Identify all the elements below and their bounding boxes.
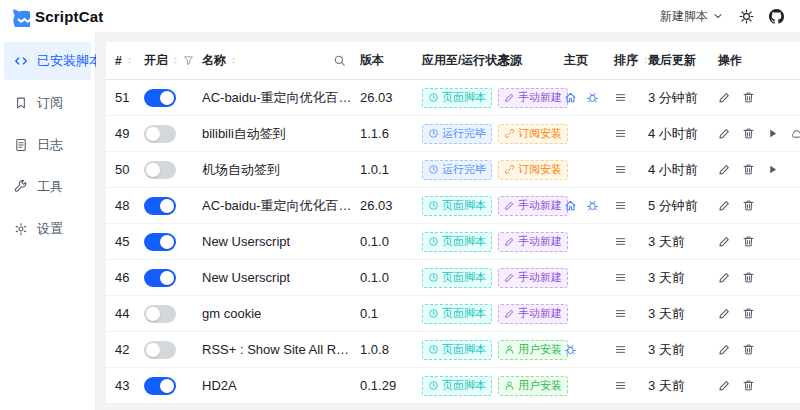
- last-updated[interactable]: 5 分钟前: [644, 197, 714, 215]
- run-script-button[interactable]: [766, 163, 779, 176]
- theme-sun-icon[interactable]: [739, 9, 754, 24]
- sidebar-item-subscriptions[interactable]: 订阅: [4, 84, 91, 122]
- drag-handle-icon[interactable]: [614, 307, 627, 320]
- column-header-sort[interactable]: 排序: [610, 52, 644, 69]
- github-icon[interactable]: [769, 9, 784, 24]
- last-updated[interactable]: 3 天前: [644, 341, 714, 359]
- delete-script-button[interactable]: [742, 379, 755, 392]
- delete-script-button[interactable]: [742, 199, 755, 212]
- drag-handle-icon[interactable]: [614, 127, 627, 140]
- column-header-enabled[interactable]: 开启: [140, 52, 198, 69]
- script-name[interactable]: bilibili自动签到: [202, 125, 286, 143]
- sidebar-item-logs[interactable]: 日志: [4, 126, 91, 164]
- edit-script-button[interactable]: [718, 307, 731, 320]
- enable-toggle[interactable]: [144, 233, 176, 251]
- run-script-button[interactable]: [766, 127, 779, 140]
- filter-funnel-icon[interactable]: [183, 55, 194, 66]
- script-name[interactable]: AC-baidu-重定向优化百度搜狗谷歌...: [202, 197, 352, 215]
- drag-handle-icon[interactable]: [614, 343, 627, 356]
- sidebar-item-settings[interactable]: 设置: [4, 210, 91, 248]
- source-badge[interactable]: 手动新建: [498, 196, 568, 216]
- status-badge[interactable]: 运行完毕: [422, 124, 492, 144]
- source-badge[interactable]: 手动新建: [498, 88, 568, 108]
- bug-link-icon[interactable]: [586, 91, 599, 104]
- delete-script-button[interactable]: [742, 127, 755, 140]
- status-badge[interactable]: 页面脚本: [422, 340, 492, 360]
- status-badge[interactable]: 页面脚本: [422, 304, 492, 324]
- wrench-icon: [14, 180, 28, 194]
- cloud-sync-button[interactable]: [790, 127, 800, 140]
- enable-toggle[interactable]: [144, 377, 176, 395]
- main-shell: 已安装脚本订阅日志工具设置 # 开启 名称: [0, 32, 800, 410]
- source-badge[interactable]: 用户安装: [498, 340, 568, 360]
- status-badge[interactable]: 页面脚本: [422, 196, 492, 216]
- last-updated[interactable]: 3 天前: [644, 233, 714, 251]
- enable-toggle[interactable]: [144, 197, 176, 215]
- enable-toggle[interactable]: [144, 125, 176, 143]
- edit-script-button[interactable]: [718, 91, 731, 104]
- delete-script-button[interactable]: [742, 271, 755, 284]
- source-badge[interactable]: 手动新建: [498, 304, 568, 324]
- script-name[interactable]: AC-baidu-重定向优化百度搜狗谷歌...: [202, 89, 352, 107]
- script-id: 50: [106, 162, 140, 177]
- script-name[interactable]: RSS+ : Show Site All RSS: [202, 342, 352, 357]
- source-badge[interactable]: 用户安装: [498, 376, 568, 396]
- home-link-icon[interactable]: [564, 91, 577, 104]
- script-name[interactable]: gm cookie: [202, 306, 261, 321]
- drag-handle-icon[interactable]: [614, 163, 627, 176]
- source-badge[interactable]: 订阅安装: [498, 124, 568, 144]
- delete-script-button[interactable]: [742, 91, 755, 104]
- new-script-dropdown[interactable]: 新建脚本: [660, 8, 724, 25]
- edit-script-button[interactable]: [718, 379, 731, 392]
- home-link-icon[interactable]: [564, 199, 577, 212]
- last-updated[interactable]: 3 天前: [644, 269, 714, 287]
- edit-script-button[interactable]: [718, 343, 731, 356]
- edit-script-button[interactable]: [718, 127, 731, 140]
- sidebar-item-tools[interactable]: 工具: [4, 168, 91, 206]
- delete-script-button[interactable]: [742, 163, 755, 176]
- source-badge[interactable]: 手动新建: [498, 232, 568, 252]
- trash-icon: [742, 271, 755, 284]
- last-updated[interactable]: 4 小时前: [644, 161, 714, 179]
- search-icon[interactable]: [333, 54, 346, 67]
- row-actions: [714, 235, 800, 248]
- drag-handle-icon[interactable]: [614, 379, 627, 392]
- status-badge[interactable]: 页面脚本: [422, 376, 492, 396]
- drag-handle-icon[interactable]: [614, 91, 627, 104]
- script-name[interactable]: HD2A: [202, 378, 237, 393]
- enable-toggle[interactable]: [144, 161, 176, 179]
- last-updated[interactable]: 4 小时前: [644, 125, 714, 143]
- script-name[interactable]: New Userscript: [202, 234, 290, 249]
- sidebar-item-installed-scripts[interactable]: 已安装脚本: [4, 42, 91, 80]
- enable-toggle[interactable]: [144, 305, 176, 323]
- bug-link-icon[interactable]: [564, 343, 577, 356]
- status-badge[interactable]: 页面脚本: [422, 232, 492, 252]
- enable-toggle[interactable]: [144, 89, 176, 107]
- script-name[interactable]: New Userscript: [202, 270, 290, 285]
- edit-script-button[interactable]: [718, 235, 731, 248]
- last-updated[interactable]: 3 天前: [644, 377, 714, 395]
- last-updated[interactable]: 3 天前: [644, 305, 714, 323]
- script-name[interactable]: 机场自动签到: [202, 161, 280, 179]
- edit-script-button[interactable]: [718, 271, 731, 284]
- link-icon: [504, 128, 515, 139]
- enable-toggle[interactable]: [144, 341, 176, 359]
- edit-script-button[interactable]: [718, 163, 731, 176]
- delete-script-button[interactable]: [742, 343, 755, 356]
- drag-handle-icon[interactable]: [614, 235, 627, 248]
- delete-script-button[interactable]: [742, 235, 755, 248]
- last-updated[interactable]: 3 分钟前: [644, 89, 714, 107]
- column-header-name[interactable]: 名称: [198, 52, 356, 69]
- bug-link-icon[interactable]: [586, 199, 599, 212]
- enable-toggle[interactable]: [144, 269, 176, 287]
- delete-script-button[interactable]: [742, 307, 755, 320]
- drag-handle-icon[interactable]: [614, 271, 627, 284]
- status-badge[interactable]: 页面脚本: [422, 88, 492, 108]
- status-badge[interactable]: 运行完毕: [422, 160, 492, 180]
- source-badge[interactable]: 订阅安装: [498, 160, 568, 180]
- status-badge[interactable]: 页面脚本: [422, 268, 492, 288]
- edit-script-button[interactable]: [718, 199, 731, 212]
- drag-handle-icon[interactable]: [614, 199, 627, 212]
- source-badge[interactable]: 手动新建: [498, 268, 568, 288]
- column-header-id[interactable]: #: [106, 54, 140, 68]
